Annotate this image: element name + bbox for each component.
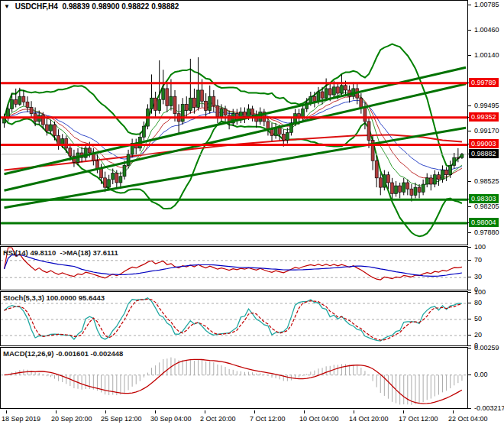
time-label: 18 Sep 2019 [2, 415, 40, 423]
axis-price-label: 0.00 [474, 371, 488, 378]
time-tick [105, 410, 106, 413]
time-tick [155, 410, 156, 413]
axis-price-label: 100 [474, 243, 486, 251]
time-label: 20 Sep 20:00 [51, 415, 92, 423]
stoch-indicator-label: Stoch(5,3,3) 100.0000 95.6443 [3, 293, 105, 302]
axis-price-label: 50 [474, 315, 482, 323]
axis-tick [468, 55, 471, 56]
axis-tick [468, 181, 471, 182]
axis-tick [468, 408, 471, 409]
axis-tick [468, 232, 471, 233]
symbol-period-label: USDCHF,H4 [15, 2, 58, 11]
axis-price-label: 80 [474, 299, 482, 306]
resistance-price-tag: 0.99789 [469, 78, 499, 87]
axis-tick [468, 348, 471, 349]
axis-tick [468, 374, 471, 375]
axis-tick [468, 345, 471, 346]
time-tick [56, 410, 57, 413]
macd-indicator-label: MACD(12,26,9) -0.001601 -0.002448 [3, 349, 123, 358]
axis-price-label: 0.99170 [474, 127, 499, 135]
resistance-price-tag: 0.99003 [469, 139, 499, 148]
axis-tick [468, 292, 471, 293]
axis-tick [468, 5, 471, 5]
axis-tick [468, 277, 471, 277]
time-label: 30 Sep 04:00 [150, 415, 192, 423]
time-tick [453, 410, 454, 413]
time-tick [6, 410, 7, 413]
resistance-price-tag: 0.99352 [469, 112, 499, 122]
time-axis[interactable]: 18 Sep 201920 Sep 20:0025 Sep 12:0030 Se… [0, 410, 504, 428]
axis-price-label: 0.98205 [474, 203, 499, 210]
axis-tick [468, 247, 471, 248]
axis-tick [468, 319, 471, 319]
axis-price-label: 0.97880 [474, 229, 499, 236]
symbol-dropdown-icon[interactable]: ▼ [4, 3, 10, 10]
axis-price-label: 70 [474, 256, 482, 264]
support-price-tag: 0.98303 [469, 194, 499, 203]
time-label: 2 Oct 20:00 [200, 415, 236, 423]
axis-price-label: 20 [474, 331, 482, 339]
axis-price-label: 0.00259 [474, 344, 499, 352]
time-tick [304, 410, 305, 413]
axis-tick [468, 290, 471, 290]
trading-chart-window[interactable]: ▼ USDCHF,H4 0.98839 0.98900 0.98822 0.98… [0, 0, 504, 428]
current-price-tag: 0.98882 [469, 149, 499, 158]
axis-tick [468, 303, 471, 303]
price-axis[interactable]: 1.007851.004601.001400.997890.994950.993… [468, 0, 504, 428]
time-tick [403, 410, 404, 413]
axis-tick [468, 105, 471, 106]
time-tick [354, 410, 354, 413]
axis-tick [468, 30, 471, 31]
axis-tick [468, 206, 471, 207]
time-label: 22 Oct 04:00 [448, 415, 488, 423]
time-label: 7 Oct 12:00 [250, 415, 286, 423]
time-label: 25 Sep 12:00 [101, 415, 142, 423]
time-label: 17 Oct 12:00 [399, 415, 438, 423]
ohlc-values: 0.98839 0.98900 0.98822 0.98882 [62, 2, 179, 11]
axis-tick [468, 335, 471, 336]
price-chart-panel[interactable] [0, 0, 468, 245]
axis-tick [468, 131, 471, 131]
axis-price-label: 1.00785 [474, 1, 499, 8]
time-label: 10 Oct 04:00 [299, 415, 339, 423]
chart-title: ▼ USDCHF,H4 0.98839 0.98900 0.98822 0.98… [4, 2, 179, 11]
time-tick [254, 410, 255, 413]
axis-price-label: 30 [474, 273, 482, 280]
axis-price-label: 0.99495 [474, 102, 499, 109]
time-tick [205, 410, 205, 413]
axis-price-label: 100 [474, 288, 486, 296]
axis-tick [468, 260, 471, 261]
support-price-tag: 0.98004 [469, 218, 499, 227]
rsi-indicator-label: RSI(14) 49.8110 ->MA(18) 37.6111 [3, 248, 118, 257]
axis-price-label: 1.00460 [474, 26, 499, 34]
time-label: 14 Oct 20:00 [349, 415, 389, 423]
axis-price-label: 0.98525 [474, 177, 499, 185]
axis-price-label: 1.00140 [474, 51, 499, 59]
